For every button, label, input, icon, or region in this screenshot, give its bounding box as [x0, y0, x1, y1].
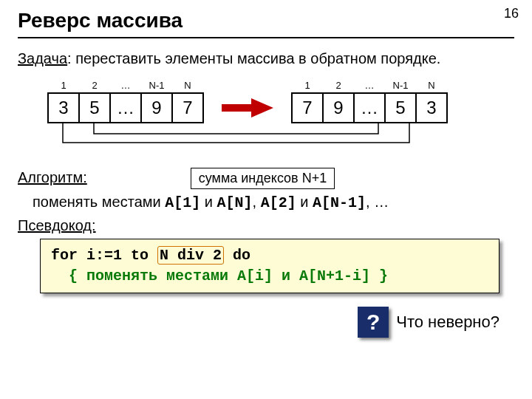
task-text: : переставить элементы массива в обратно… — [67, 50, 440, 66]
arrow-icon — [222, 97, 273, 119]
val-cell: 9 — [141, 93, 172, 123]
pseudocode-label: Псевдокод: — [18, 217, 514, 234]
code-inline: A[N-1] — [313, 194, 366, 211]
idx-cell: 1 — [48, 78, 79, 93]
val-cell: 5 — [385, 93, 416, 123]
algo-pre: поменять местами — [33, 194, 165, 210]
val-cell: 3 — [48, 93, 79, 123]
val-cell: 7 — [172, 93, 203, 123]
code-highlight: N div 2 — [157, 246, 224, 265]
idx-cell: N — [172, 78, 203, 93]
val-cell: 5 — [79, 93, 110, 123]
swap-arcs — [47, 122, 514, 151]
val-cell: … — [110, 93, 141, 123]
svg-rect-0 — [222, 104, 251, 112]
algo-sep: , — [253, 194, 261, 210]
algo-tail: , … — [366, 194, 389, 210]
task-statement: Задача: переставить элементы массива в о… — [18, 49, 514, 68]
page-number: 16 — [504, 6, 519, 21]
algorithm-text: поменять местами A[1] и A[N], A[2] и A[N… — [33, 194, 514, 211]
code-line1-pre: for i:=1 to — [51, 247, 157, 264]
idx-cell: 1 — [292, 78, 323, 93]
question-mark-icon: ? — [358, 307, 389, 338]
left-array: 1 2 … N-1 N 3 5 … 9 7 — [47, 78, 204, 123]
algorithm-label: Алгоритм: — [18, 169, 87, 186]
code-inline: A[1] — [165, 194, 200, 211]
arrays-row: 1 2 … N-1 N 3 5 … 9 7 — [47, 78, 514, 123]
question-text: Что неверно? — [396, 313, 499, 332]
question-footer: ? Что неверно? — [18, 307, 499, 338]
idx-cell: 2 — [79, 78, 110, 93]
val-cell: … — [354, 93, 385, 123]
val-cell: 9 — [323, 93, 354, 123]
code-block: for i:=1 to N div 2 do { поменять местам… — [40, 239, 499, 293]
idx-cell: N — [416, 78, 447, 93]
val-cell: 7 — [292, 93, 323, 123]
svg-marker-1 — [251, 98, 273, 117]
right-array: 1 2 … N-1 N 7 9 … 5 3 — [291, 78, 448, 123]
algo-and: и — [296, 194, 313, 210]
code-line1-post: do — [224, 247, 250, 264]
algorithm-row: Алгоритм: сумма индексов N+1 — [18, 168, 514, 189]
algo-and: и — [200, 194, 216, 210]
idx-cell: 2 — [323, 78, 354, 93]
code-line2: { поменять местами A[i] и A[N+1-i] } — [51, 267, 388, 284]
slide-title: Реверс массива — [18, 9, 514, 33]
idx-cell: … — [110, 78, 141, 93]
idx-cell: … — [354, 78, 385, 93]
idx-cell: N-1 — [385, 78, 416, 93]
code-inline: A[2] — [261, 194, 296, 211]
idx-cell: N-1 — [141, 78, 172, 93]
sum-note-box: сумма индексов N+1 — [191, 168, 335, 189]
code-inline: A[N] — [217, 194, 253, 211]
val-cell: 3 — [416, 93, 447, 123]
title-divider — [18, 37, 514, 38]
task-label: Задача — [18, 50, 67, 66]
